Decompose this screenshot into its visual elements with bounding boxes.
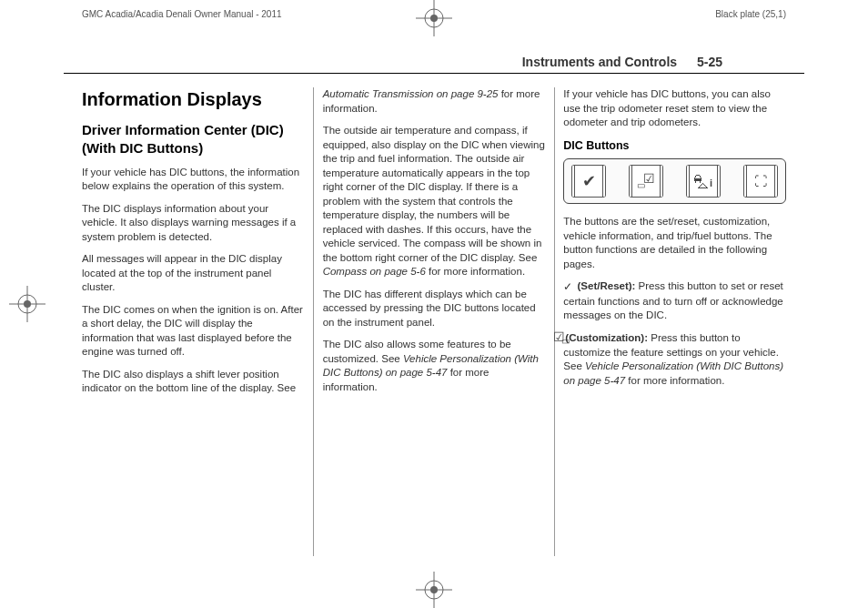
para: The DIC also allows some features to be … [323, 338, 546, 394]
svg-point-3 [430, 15, 438, 22]
car-info-icon: ⛍ [694, 172, 712, 192]
label: (Set/Reset): [574, 281, 638, 292]
xref: Automatic Transmission on page 9-25 [323, 88, 499, 99]
crop-mark-left-icon [9, 286, 45, 322]
section-name: Instruments and Controls [522, 55, 677, 69]
para: The DIC comes on when the ignition is on… [82, 303, 305, 360]
xref: Compass on page 5-6 [323, 266, 426, 277]
label: (Customization): [565, 332, 651, 343]
plate-label: Black plate (25,1) [715, 9, 786, 19]
page-number: 5-25 [697, 55, 722, 69]
para: All messages will appear in the DIC disp… [82, 252, 305, 295]
check-inline-icon: ✓ [563, 280, 572, 293]
svg-point-11 [430, 586, 438, 593]
dic-buttons-figure: ⛍ [563, 158, 786, 204]
para: The buttons are the set/reset, customiza… [563, 215, 786, 271]
page-body: Information Displays Driver Information … [0, 74, 868, 556]
trip-fuel-button-icon [743, 165, 778, 198]
page-header: Instruments and Controls 5-25 [64, 49, 804, 74]
manual-title: GMC Acadia/Acadia Denali Owner Manual - … [82, 9, 282, 19]
set-reset-button-icon [571, 165, 606, 198]
para: The DIC displays information about your … [82, 202, 305, 245]
crop-mark-bottom-icon [416, 572, 452, 608]
para: The outside air temperature and compass,… [323, 124, 546, 279]
vehicle-info-button-icon: ⛍ [686, 165, 721, 198]
heading-dic: Driver Information Center (DIC) (With DI… [82, 121, 305, 158]
heading-dic-buttons: DIC Buttons [563, 138, 786, 154]
customization-button-icon [629, 165, 663, 198]
para-set-reset: ✓ (Set/Reset): Press this button to set … [563, 279, 786, 322]
svg-point-7 [24, 300, 31, 308]
para: The DIC has different displays which can… [323, 288, 546, 330]
customize-icon [639, 174, 653, 188]
crop-mark-top-icon [416, 0, 452, 36]
trip-icon [754, 173, 767, 190]
para: If your vehicle has DIC buttons, the inf… [82, 166, 305, 194]
para-customization: (Customization): Press this button to cu… [563, 331, 786, 389]
heading-information-displays: Information Displays [82, 87, 305, 112]
para: If your vehicle has DIC buttons, you can… [563, 87, 786, 130]
check-icon [582, 170, 596, 192]
